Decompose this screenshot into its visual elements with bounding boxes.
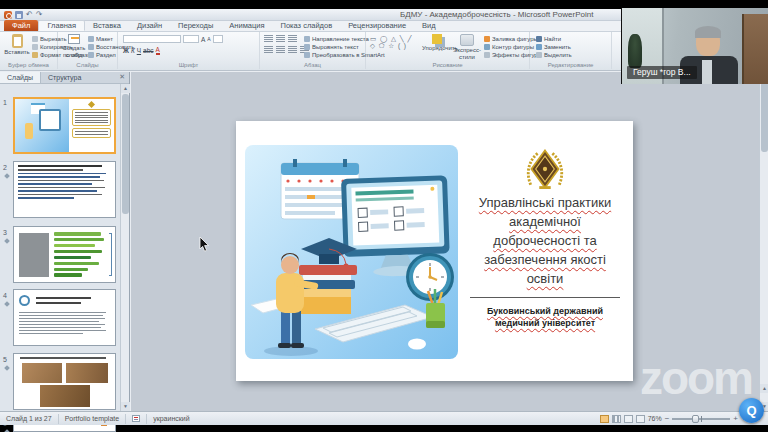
transition-star-icon xyxy=(4,301,10,307)
shape-outline-icon xyxy=(484,44,490,50)
mouse-icon xyxy=(408,339,426,350)
tab-view[interactable]: Вид xyxy=(414,20,444,31)
transition-star-icon xyxy=(4,238,10,244)
tab-animations[interactable]: Анимация xyxy=(221,20,272,31)
group-paragraph: Направление текста Выровнять текст Преоб… xyxy=(260,32,366,69)
reset-icon xyxy=(88,44,94,50)
close-pane-icon[interactable]: ✕ xyxy=(115,72,129,83)
transition-star-icon xyxy=(4,173,10,179)
replace-icon xyxy=(536,44,542,50)
scrollbar-thumb[interactable] xyxy=(122,94,129,214)
zoom-slider[interactable] xyxy=(672,418,730,420)
section-icon xyxy=(88,52,94,58)
slide-thumbnail-2[interactable] xyxy=(13,161,116,218)
zoom-out-icon[interactable]: − xyxy=(665,415,670,423)
powerpoint-icon[interactable] xyxy=(4,11,12,19)
previous-slide-icon[interactable]: ▲ xyxy=(760,384,768,393)
slides-pane: Слайды Структура ✕ 1 2 xyxy=(0,72,130,411)
slide-title[interactable]: Управлінські практики академічної доброч… xyxy=(464,193,626,288)
reading-view-icon[interactable] xyxy=(624,415,633,423)
slide-subtitle[interactable]: Буковинський державний медичний універси… xyxy=(464,305,626,329)
zoom-slider-thumb[interactable] xyxy=(692,415,699,423)
font-name-select[interactable] xyxy=(123,35,181,43)
numbering-icon[interactable] xyxy=(276,35,285,42)
shapes-gallery[interactable]: ▭ ◯ △ ╲ ╱ ◇ ⬠ ☆ ( ) xyxy=(370,35,422,49)
window-title: БДМУ - Академдоброчесність - Microsoft P… xyxy=(400,10,593,19)
tab-slideshow[interactable]: Показ слайдов xyxy=(273,20,341,31)
photo xyxy=(66,363,108,383)
cut-icon xyxy=(32,36,38,42)
grow-font-icon[interactable]: A xyxy=(201,36,205,43)
redo-icon[interactable]: ↷ xyxy=(36,11,43,19)
cabinet xyxy=(742,14,768,84)
shape-fill-icon xyxy=(484,36,490,42)
current-slide[interactable]: Управлінські практики академічної доброч… xyxy=(236,121,633,381)
underline-button[interactable]: Ч xyxy=(137,47,141,54)
slide-number: 2 xyxy=(3,164,7,171)
pane-tab-slides[interactable]: Слайды xyxy=(0,72,41,83)
language-indicator[interactable]: украинский xyxy=(147,414,196,424)
photo xyxy=(22,363,62,383)
education-illustration xyxy=(245,145,458,359)
mouse-cursor xyxy=(199,237,211,253)
undo-icon[interactable]: ↶ xyxy=(26,11,33,19)
normal-view-icon[interactable] xyxy=(600,415,609,423)
tab-design[interactable]: Дизайн xyxy=(129,20,170,31)
indent-icon[interactable] xyxy=(288,35,297,42)
scroll-up-icon[interactable]: ▲ xyxy=(121,84,130,93)
clear-format-icon[interactable] xyxy=(213,35,223,43)
save-icon[interactable] xyxy=(15,11,23,19)
quick-styles-button[interactable]: Экспресс-стили xyxy=(452,34,482,60)
align-center-icon[interactable] xyxy=(276,46,285,53)
tab-transitions[interactable]: Переходы xyxy=(170,20,221,31)
font-color-button[interactable]: А xyxy=(156,46,160,55)
align-right-icon[interactable] xyxy=(288,46,297,53)
slide-thumbnail-4[interactable] xyxy=(13,289,116,346)
group-clipboard: Вставить Вырезать Копировать Формат по о… xyxy=(0,32,58,69)
zoom-level: 76% xyxy=(648,415,662,422)
tab-file[interactable]: Файл xyxy=(4,20,38,31)
arrange-button[interactable]: Упорядочить xyxy=(422,34,452,52)
pencil-cup-icon xyxy=(426,289,445,328)
quick-styles-icon xyxy=(460,34,474,46)
editor-scrollbar[interactable]: ▲ ▼ xyxy=(759,72,768,411)
screen: ↶ ↷ БДМУ - Академдоброчесність - Microso… xyxy=(0,0,768,432)
group-label-drawing: Рисование xyxy=(366,62,529,68)
align-left-icon[interactable] xyxy=(264,46,273,53)
shrink-font-icon[interactable]: A xyxy=(207,36,210,42)
scrollbar-thumb[interactable] xyxy=(761,82,768,152)
graduation-cap-icon xyxy=(297,238,357,314)
university-emblem xyxy=(522,149,568,189)
theme-name[interactable]: Portfolio template xyxy=(59,414,126,424)
slide-sorter-icon[interactable] xyxy=(612,415,621,423)
slideshow-view-icon[interactable] xyxy=(636,415,645,423)
scroll-down-icon[interactable]: ▼ xyxy=(121,402,130,411)
shape-effects-icon xyxy=(484,52,490,58)
strikethrough-button[interactable]: abc xyxy=(143,47,153,54)
slide-thumbnail-3[interactable] xyxy=(13,226,116,283)
zoom-in-icon[interactable]: + xyxy=(733,415,738,423)
smartart-icon xyxy=(304,52,310,58)
find-button[interactable]: Найти xyxy=(536,35,572,43)
slide-counter: Слайд 1 из 27 xyxy=(0,414,59,424)
participant-video[interactable]: Геруш *гор В... xyxy=(621,8,768,84)
tab-review[interactable]: Рецензирование xyxy=(340,20,414,31)
photo xyxy=(40,385,90,407)
tab-home[interactable]: Главная xyxy=(38,20,85,31)
sidebar-scrollbar[interactable]: ▲ ▼ xyxy=(120,84,129,411)
italic-button[interactable]: К xyxy=(131,47,135,54)
slide-thumbnail-5[interactable] xyxy=(13,353,116,410)
bullets-icon[interactable] xyxy=(264,35,273,42)
q-app-icon[interactable]: Q xyxy=(739,398,764,423)
select-button[interactable]: Выделить xyxy=(536,51,572,59)
paste-button[interactable]: Вставить xyxy=(2,34,32,56)
tab-insert[interactable]: Вставка xyxy=(85,20,129,31)
new-slide-icon xyxy=(68,34,80,44)
bold-button[interactable]: Ж xyxy=(123,47,129,54)
spellcheck-status[interactable] xyxy=(126,414,147,424)
new-slide-button[interactable]: Создать слайд xyxy=(59,34,89,58)
font-size-select[interactable] xyxy=(183,35,199,43)
replace-button[interactable]: Заменить xyxy=(536,43,572,51)
slide-thumbnail-1[interactable] xyxy=(13,97,116,154)
pane-tab-outline[interactable]: Структура xyxy=(41,72,88,83)
